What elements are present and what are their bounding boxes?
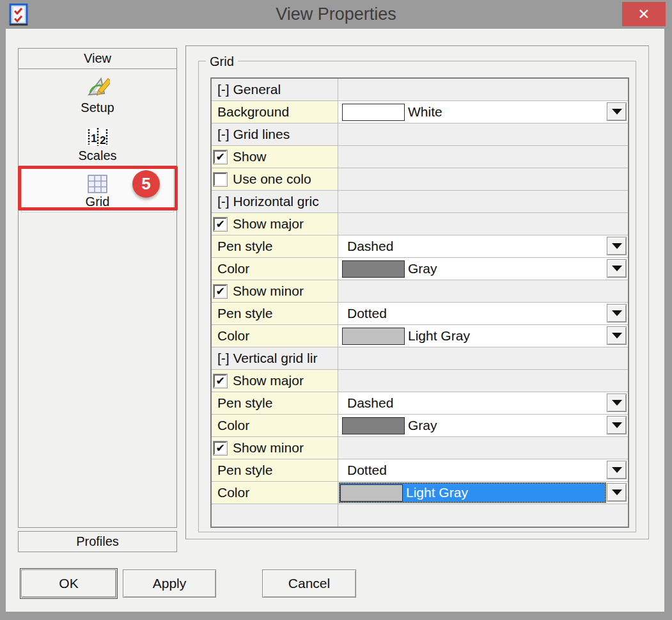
property-label: Background bbox=[217, 104, 289, 120]
property-row[interactable]: Use one colo bbox=[212, 168, 628, 191]
apply-button-label: Apply bbox=[153, 576, 187, 591]
property-value-cell bbox=[338, 437, 628, 459]
property-row[interactable]: ✔Show major bbox=[212, 370, 628, 392]
grid-icon bbox=[88, 169, 107, 193]
editor-area[interactable]: Dashed bbox=[340, 237, 605, 256]
checkbox[interactable]: ✔ bbox=[214, 374, 227, 388]
value-text: Dotted bbox=[347, 306, 387, 321]
property-row[interactable]: ✔Show major bbox=[212, 213, 628, 235]
editor-area[interactable]: Light Gray bbox=[339, 482, 606, 503]
editor-area[interactable]: Gray bbox=[340, 259, 605, 278]
dropdown-button[interactable] bbox=[607, 416, 627, 434]
property-label: Show minor bbox=[233, 440, 304, 456]
color-swatch bbox=[342, 260, 405, 278]
property-value-cell[interactable]: Gray bbox=[338, 258, 628, 280]
editor-area[interactable]: Gray bbox=[340, 416, 605, 435]
property-row[interactable]: ColorLight Gray bbox=[212, 482, 628, 504]
editor-area[interactable]: Dashed bbox=[340, 393, 605, 413]
property-row[interactable]: Pen styleDotted bbox=[212, 303, 628, 325]
sidebar-list: Setup 1 2 Scales Grid bbox=[18, 68, 177, 528]
ok-button[interactable]: OK bbox=[21, 569, 116, 598]
property-value-cell[interactable]: Dotted bbox=[338, 459, 628, 481]
property-label: Color bbox=[217, 261, 249, 276]
editor-area[interactable]: Dotted bbox=[340, 461, 605, 480]
property-grid: [-] GeneralBackgroundWhite[-] Grid lines… bbox=[210, 77, 629, 528]
close-button[interactable]: ✕ bbox=[622, 2, 666, 26]
property-label: Show major bbox=[233, 373, 304, 388]
property-name-cell: Use one colo bbox=[212, 168, 338, 190]
property-name-cell: Pen style bbox=[212, 303, 338, 324]
property-row[interactable]: ColorGray bbox=[212, 258, 628, 280]
dropdown-button[interactable] bbox=[607, 102, 627, 121]
dropdown-button[interactable] bbox=[607, 393, 627, 412]
property-row[interactable] bbox=[212, 504, 628, 527]
cancel-button[interactable]: Cancel bbox=[262, 569, 356, 598]
checkbox[interactable]: ✔ bbox=[214, 441, 227, 455]
property-name-cell[interactable]: [-] Vertical grid lir bbox=[212, 347, 338, 369]
ruler-numbers-icon: 1 2 bbox=[86, 123, 109, 147]
property-row[interactable]: ColorLight Gray bbox=[212, 325, 628, 347]
chevron-down-icon bbox=[612, 400, 622, 406]
property-name-cell[interactable]: [-] Horizontal gric bbox=[212, 191, 338, 212]
dropdown-button[interactable] bbox=[607, 237, 627, 255]
checkbox[interactable]: ✔ bbox=[214, 285, 227, 298]
value-text: Dashed bbox=[347, 395, 393, 411]
property-value-cell[interactable]: Light Gray bbox=[338, 325, 628, 347]
property-name-cell[interactable]: [-] Grid lines bbox=[212, 123, 338, 145]
checkbox[interactable]: ✔ bbox=[214, 150, 227, 164]
dropdown-button[interactable] bbox=[607, 483, 627, 502]
close-icon: ✕ bbox=[637, 6, 650, 23]
checkbox[interactable] bbox=[214, 173, 227, 186]
sidebar-item-label: Scales bbox=[78, 148, 116, 163]
property-value-cell[interactable]: Dotted bbox=[338, 303, 628, 324]
dropdown-button[interactable] bbox=[607, 461, 627, 479]
property-name-cell: Pen style bbox=[212, 235, 338, 257]
property-value-cell[interactable]: Dashed bbox=[338, 235, 628, 257]
property-row[interactable]: ✔Show minor bbox=[212, 280, 628, 303]
value-text: Light Gray bbox=[408, 328, 470, 344]
value-text: Gray bbox=[408, 418, 437, 433]
property-row[interactable]: Pen styleDashed bbox=[212, 235, 628, 258]
property-value-cell bbox=[338, 79, 628, 100]
category-row[interactable]: [-] Vertical grid lir bbox=[212, 347, 628, 370]
property-label: Show major bbox=[233, 216, 304, 232]
property-value-cell bbox=[338, 168, 628, 190]
category-row[interactable]: [-] General bbox=[212, 79, 628, 101]
sidebar-item-scales[interactable]: 1 2 Scales bbox=[20, 123, 175, 163]
sidebar-header-view[interactable]: View bbox=[18, 48, 177, 69]
ok-button-label: OK bbox=[59, 576, 78, 591]
editor-area[interactable]: White bbox=[340, 102, 605, 122]
checkbox[interactable]: ✔ bbox=[214, 218, 227, 231]
property-value-cell bbox=[338, 347, 628, 369]
property-row[interactable]: Pen styleDotted bbox=[212, 459, 628, 482]
dropdown-button[interactable] bbox=[607, 304, 627, 322]
sidebar-footer-label: Profiles bbox=[76, 534, 119, 548]
property-value-cell[interactable]: White bbox=[338, 101, 628, 123]
category-row[interactable]: [-] Horizontal gric bbox=[212, 191, 628, 213]
property-value-cell bbox=[338, 280, 628, 302]
property-value-cell[interactable]: Gray bbox=[338, 415, 628, 436]
sidebar-item-setup[interactable]: Setup bbox=[20, 75, 175, 115]
property-label: [-] Horizontal gric bbox=[217, 194, 319, 209]
color-swatch bbox=[342, 328, 405, 345]
property-row[interactable]: BackgroundWhite bbox=[212, 101, 628, 123]
property-value-cell[interactable]: Dashed bbox=[338, 392, 628, 414]
value-text: Dashed bbox=[347, 239, 393, 254]
property-row[interactable]: ColorGray bbox=[212, 415, 628, 437]
dropdown-button[interactable] bbox=[607, 326, 627, 345]
editor-area[interactable]: Dotted bbox=[340, 304, 605, 323]
color-swatch bbox=[340, 484, 403, 502]
property-value-cell[interactable]: Light Gray bbox=[338, 482, 628, 504]
dropdown-button[interactable] bbox=[607, 259, 627, 278]
property-row[interactable]: Pen styleDashed bbox=[212, 392, 628, 415]
property-value-cell bbox=[338, 191, 628, 212]
category-row[interactable]: [-] Grid lines bbox=[212, 123, 628, 146]
title-bar[interactable]: View Properties ✕ bbox=[0, 0, 672, 29]
editor-area[interactable]: Light Gray bbox=[340, 326, 605, 346]
property-name-cell[interactable]: [-] General bbox=[212, 79, 338, 100]
property-row[interactable]: ✔Show minor bbox=[212, 437, 628, 459]
property-name-cell: Color bbox=[212, 415, 338, 436]
apply-button[interactable]: Apply bbox=[123, 569, 216, 598]
property-row[interactable]: ✔Show bbox=[212, 146, 628, 168]
sidebar-footer-profiles[interactable]: Profiles bbox=[18, 531, 177, 552]
